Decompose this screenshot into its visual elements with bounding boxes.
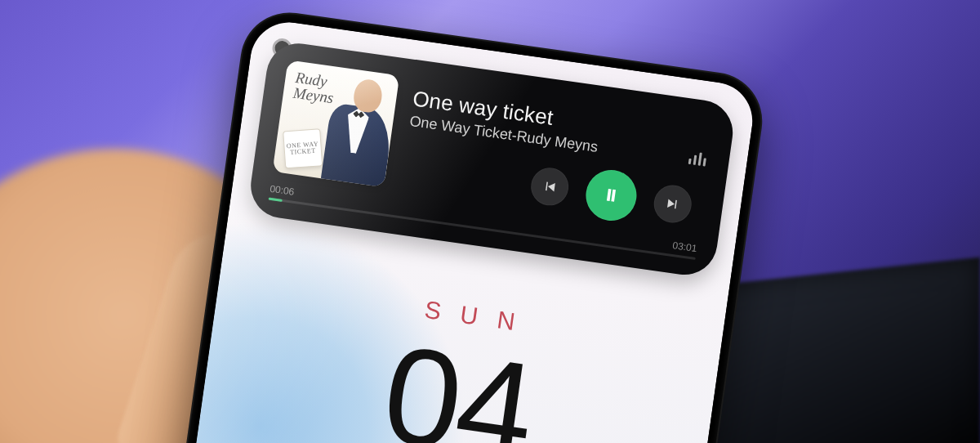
previous-button[interactable] xyxy=(528,165,571,208)
phone-screen[interactable]: Rudy Meyns ONE WAY TICKET One way ticket… xyxy=(154,17,757,443)
equalizer-icon xyxy=(688,151,707,167)
pause-icon xyxy=(601,186,621,206)
album-art-badge: ONE WAY TICKET xyxy=(283,128,323,168)
album-art-figure xyxy=(314,69,399,187)
elapsed-time: 00:06 xyxy=(270,183,296,198)
phone-frame: Rudy Meyns ONE WAY TICKET One way ticket… xyxy=(145,8,767,443)
play-pause-button[interactable] xyxy=(582,167,639,224)
music-player-widget[interactable]: Rudy Meyns ONE WAY TICKET One way ticket… xyxy=(247,39,737,279)
previous-track-icon xyxy=(541,178,558,195)
total-duration: 03:01 xyxy=(672,239,698,254)
next-track-icon xyxy=(665,195,681,212)
progress-fill xyxy=(269,198,283,202)
next-button[interactable] xyxy=(652,183,694,226)
photo-background: Rudy Meyns ONE WAY TICKET One way ticket… xyxy=(0,0,980,443)
lockscreen-date: SUN 04 xyxy=(198,266,723,443)
album-art[interactable]: Rudy Meyns ONE WAY TICKET xyxy=(272,60,399,187)
